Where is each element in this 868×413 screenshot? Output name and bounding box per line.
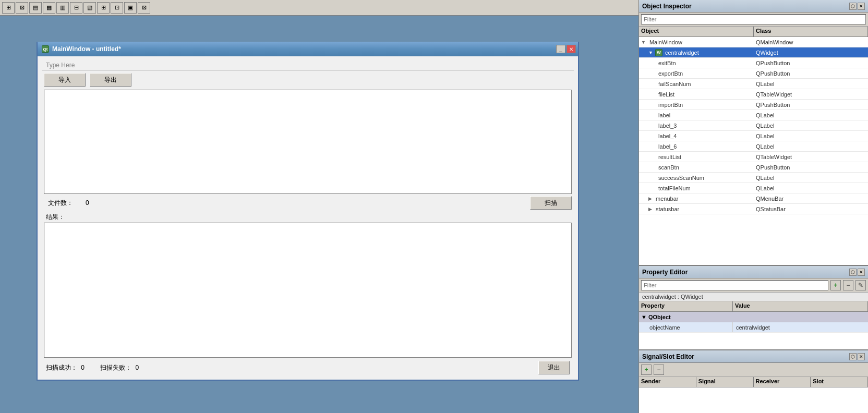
- tree-row[interactable]: totalFileNumQLabel: [639, 183, 868, 193]
- fail-value: 0: [135, 364, 139, 371]
- toolbar-btn-11[interactable]: ⊠: [138, 2, 150, 14]
- tree-row[interactable]: fileListQTableWidget: [639, 89, 868, 100]
- property-editor: Property Editor ⬡ ✕ + − ✎ centralwidget …: [639, 266, 868, 350]
- toolbar-btn-2[interactable]: ⊠: [16, 2, 28, 14]
- toolbar-btn-3[interactable]: ▤: [29, 2, 42, 14]
- toolbar-btn-10[interactable]: ▣: [124, 2, 137, 14]
- scan-button[interactable]: 扫描: [530, 196, 572, 210]
- tree-item-name: successScanNum: [658, 175, 704, 181]
- import-button[interactable]: 导入: [44, 73, 86, 87]
- prop-close-button[interactable]: ✕: [858, 269, 865, 276]
- prop-float-button[interactable]: ⬡: [849, 269, 857, 276]
- tree-row[interactable]: exportBtnQPushButton: [639, 68, 868, 79]
- tree-item-name: totalFileNum: [658, 185, 691, 191]
- tree-item-name: MainWindow: [649, 39, 682, 45]
- tree-item-name: label_3: [658, 123, 677, 129]
- tree-item-class: QLabel: [754, 80, 868, 88]
- signal-slot-titlebar: Signal/Slot Editor ⬡ ✕: [639, 350, 868, 363]
- signal-remove-button[interactable]: −: [654, 365, 664, 375]
- tree-header: Object Class: [639, 27, 868, 37]
- object-inspector: Object Inspector ⬡ ✕ Object Class ▼MainW…: [639, 0, 868, 266]
- object-inspector-title: Object Inspector: [642, 3, 692, 10]
- prop-edit-button[interactable]: ✎: [855, 280, 866, 290]
- signal-table-header: Sender Signal Receiver Slot: [639, 377, 868, 387]
- tree-item-name: label_4: [658, 133, 677, 139]
- window-title: MainWindow - untitled*: [52, 45, 121, 53]
- signal-float-button[interactable]: ⬡: [849, 353, 857, 360]
- tree-item-class: QLabel: [754, 185, 868, 192]
- tree-row[interactable]: scanBtnQPushButton: [639, 162, 868, 173]
- close-panel-button[interactable]: ✕: [858, 3, 865, 10]
- prop-filter-input[interactable]: [641, 280, 828, 290]
- tree-row[interactable]: label_3QLabel: [639, 120, 868, 131]
- prop-col-value: Value: [733, 301, 868, 311]
- tree-row[interactable]: ▼WcentralwidgetQWidget: [639, 47, 868, 58]
- tree-row[interactable]: exitBtnQPushButton: [639, 58, 868, 68]
- panel-title-controls: ⬡ ✕: [849, 3, 865, 10]
- menu-placeholder[interactable]: Type Here: [42, 60, 79, 70]
- window-controls: _ ✕: [556, 45, 576, 53]
- tree-item-class: QLabel: [754, 122, 868, 129]
- main-window: Qt MainWindow - untitled* _ ✕ Type Here …: [37, 42, 579, 381]
- fail-label: 扫描失败： 0: [100, 363, 139, 372]
- signal-add-button[interactable]: +: [641, 365, 652, 375]
- tree-item-class: QLabel: [754, 143, 868, 150]
- toolbar-btn-5[interactable]: ▥: [56, 2, 69, 14]
- toolbar-btn-6[interactable]: ⊟: [70, 2, 82, 14]
- col-object-header: Object: [639, 27, 754, 37]
- float-button[interactable]: ⬡: [849, 3, 857, 10]
- tree-row[interactable]: label_6QLabel: [639, 141, 868, 152]
- prop-remove-button[interactable]: −: [843, 280, 853, 290]
- signal-btn-row: + −: [639, 363, 868, 377]
- toolbar-btn-7[interactable]: ▧: [83, 2, 96, 14]
- prop-context-label: centralwidget : QWidget: [639, 293, 868, 301]
- object-filter-input[interactable]: [641, 14, 866, 25]
- minimize-button[interactable]: _: [556, 45, 565, 53]
- tree-row[interactable]: resultListQTableWidget: [639, 152, 868, 162]
- tree-row[interactable]: ▶statusbarQStatusBar: [639, 204, 868, 214]
- tree-row[interactable]: label_4QLabel: [639, 131, 868, 141]
- close-button[interactable]: ✕: [566, 45, 576, 53]
- bottom-row: 扫描成功： 0 扫描失败： 0 退出: [42, 358, 574, 376]
- button-row: 导入 导出: [44, 73, 574, 87]
- tree-row[interactable]: ▶menubarQMenuBar: [639, 193, 868, 204]
- window-content: Type Here 导入 导出 文件数： 0 扫描 结果：: [38, 56, 578, 380]
- tree-row[interactable]: ▼MainWindowQMainWindow: [639, 37, 868, 47]
- tree-item-class: QLabel: [754, 112, 868, 119]
- tree-body: ▼MainWindowQMainWindow▼WcentralwidgetQWi…: [639, 37, 868, 265]
- tree-item-class: QLabel: [754, 174, 868, 181]
- toolbar-btn-4[interactable]: ▦: [43, 2, 55, 14]
- prop-add-button[interactable]: +: [830, 280, 841, 290]
- tree-row[interactable]: labelQLabel: [639, 110, 868, 120]
- tree-row[interactable]: importBtnQPushButton: [639, 100, 868, 110]
- exit-button[interactable]: 退出: [538, 361, 570, 374]
- toolbar-btn-8[interactable]: ⊞: [97, 2, 110, 14]
- prop-section-qobject: ▼ QObject: [639, 312, 868, 322]
- object-filter-row: [639, 13, 868, 27]
- tree-item-class: QPushButton: [754, 59, 868, 67]
- tree-row[interactable]: failScanNumQLabel: [639, 79, 868, 89]
- tree-item-name: menubar: [656, 196, 678, 202]
- bottom-stats: 扫描成功： 0 扫描失败： 0: [46, 363, 139, 372]
- prop-row-objectname[interactable]: objectName centralwidget: [639, 322, 868, 333]
- toolbar-btn-9[interactable]: ⊡: [111, 2, 123, 14]
- tree-item-name: centralwidget: [665, 50, 699, 56]
- tree-row[interactable]: successScanNumQLabel: [639, 173, 868, 183]
- menu-bar: Type Here: [42, 59, 574, 71]
- tree-item-class: QStatusBar: [754, 205, 868, 213]
- file-count-label: 文件数：: [48, 199, 73, 208]
- export-button[interactable]: 导出: [90, 73, 131, 87]
- tree-item-name: importBtn: [658, 102, 683, 108]
- col-class-header: Class: [754, 27, 868, 37]
- signal-col-receiver: Receiver: [754, 377, 811, 387]
- tree-item-class: QPushButton: [754, 101, 868, 108]
- tree-item-name: exportBtn: [658, 70, 683, 77]
- signal-close-button[interactable]: ✕: [858, 353, 865, 360]
- prop-filter-row: + − ✎: [639, 278, 868, 293]
- success-value: 0: [81, 364, 85, 371]
- prop-value-objectname: centralwidget: [733, 322, 868, 332]
- object-inspector-titlebar: Object Inspector ⬡ ✕: [639, 0, 868, 13]
- toolbar-btn-1[interactable]: ⊞: [2, 2, 15, 14]
- tree-item-class: QMenuBar: [754, 195, 868, 202]
- prop-panel-controls: ⬡ ✕: [849, 269, 865, 276]
